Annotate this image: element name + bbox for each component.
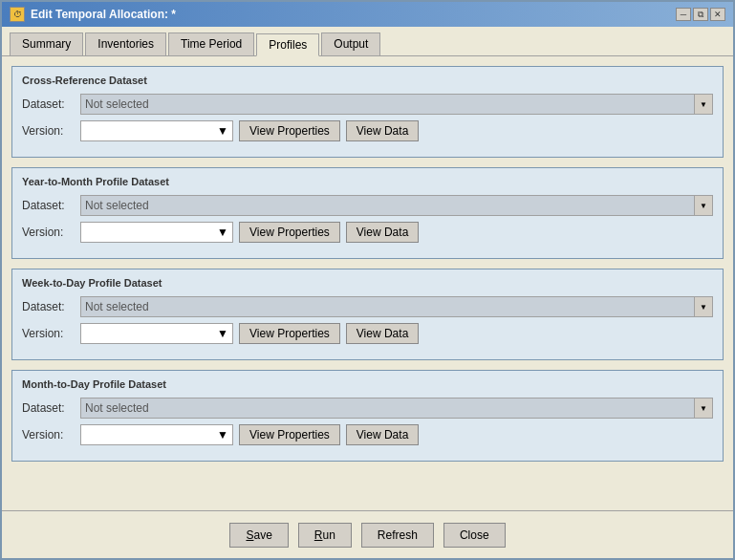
month-to-day-dataset-wrapper: Not selected ▼ (80, 398, 713, 419)
year-to-month-dataset-value: Not selected (80, 195, 694, 216)
window-title: Edit Temporal Allocation: * (31, 8, 176, 21)
week-to-day-section: Week-to-Day Profile Dataset Dataset: Not… (11, 269, 724, 360)
week-to-day-view-properties-button[interactable]: View Properties (239, 323, 340, 344)
title-bar: ⏱ Edit Temporal Allocation: * ─ ⧉ ✕ (2, 2, 733, 27)
run-label: Run (314, 528, 335, 542)
month-to-day-view-properties-button[interactable]: View Properties (239, 424, 340, 445)
year-to-month-dataset-wrapper: Not selected ▼ (80, 195, 713, 216)
close-button[interactable]: Close (443, 523, 506, 548)
week-to-day-view-data-button[interactable]: View Data (346, 323, 419, 344)
cross-reference-title: Cross-Reference Dataset (22, 75, 713, 86)
month-to-day-version-arrow: ▼ (217, 428, 228, 442)
month-to-day-dataset-arrow[interactable]: ▼ (694, 398, 713, 419)
year-to-month-view-data-button[interactable]: View Data (346, 222, 419, 243)
year-to-month-version-arrow: ▼ (217, 226, 228, 239)
bottom-bar: Save Run Refresh Close (2, 510, 733, 558)
year-to-month-version-label: Version: (22, 226, 75, 239)
refresh-button[interactable]: Refresh (361, 523, 434, 548)
save-label: Save (246, 528, 271, 542)
cross-reference-view-properties-button[interactable]: View Properties (239, 120, 340, 141)
minimize-button[interactable]: ─ (676, 8, 691, 21)
cross-reference-version-label: Version: (22, 124, 75, 138)
week-to-day-dataset-wrapper: Not selected ▼ (80, 296, 713, 317)
month-to-day-version-row: Version: ▼ View Properties View Data (22, 424, 713, 445)
year-to-month-section: Year-to-Month Profile Dataset Dataset: N… (11, 167, 724, 259)
year-to-month-version-select[interactable]: ▼ (80, 222, 233, 243)
save-button[interactable]: Save (229, 523, 288, 548)
cross-reference-version-row: Version: ▼ View Properties View Data (22, 120, 713, 141)
cross-reference-view-data-button[interactable]: View Data (346, 120, 419, 141)
cross-reference-dataset-value: Not selected (80, 94, 694, 115)
year-to-month-version-row: Version: ▼ View Properties View Data (22, 222, 713, 243)
week-to-day-title: Week-to-Day Profile Dataset (22, 277, 713, 289)
month-to-day-dataset-row: Dataset: Not selected ▼ (22, 398, 713, 419)
tabs-bar: Summary Inventories Time Period Profiles… (2, 27, 733, 56)
month-to-day-dataset-value: Not selected (80, 398, 694, 419)
year-to-month-dataset-arrow[interactable]: ▼ (694, 195, 713, 216)
month-to-day-version-select[interactable]: ▼ (80, 424, 233, 445)
close-label: Close (460, 528, 489, 542)
run-button[interactable]: Run (298, 523, 352, 548)
main-window: ⏱ Edit Temporal Allocation: * ─ ⧉ ✕ Summ… (0, 0, 735, 560)
year-to-month-dataset-row: Dataset: Not selected ▼ (22, 195, 713, 216)
tab-time-period[interactable]: Time Period (168, 32, 254, 55)
title-bar-controls[interactable]: ─ ⧉ ✕ (676, 8, 725, 21)
week-to-day-version-arrow: ▼ (217, 327, 228, 340)
cross-reference-version-select[interactable]: ▼ (80, 120, 233, 141)
year-to-month-dataset-label: Dataset: (22, 199, 75, 212)
refresh-label: Refresh (378, 528, 418, 542)
week-to-day-dataset-value: Not selected (80, 296, 694, 317)
month-to-day-dataset-label: Dataset: (22, 401, 75, 415)
week-to-day-version-label: Version: (22, 327, 75, 340)
cross-reference-dataset-label: Dataset: (22, 97, 75, 111)
month-to-day-section: Month-to-Day Profile Dataset Dataset: No… (11, 370, 724, 462)
title-bar-left: ⏱ Edit Temporal Allocation: * (10, 7, 176, 22)
week-to-day-dataset-arrow[interactable]: ▼ (694, 296, 713, 317)
tab-profiles[interactable]: Profiles (256, 33, 319, 56)
year-to-month-view-properties-button[interactable]: View Properties (239, 222, 340, 243)
window-icon: ⏱ (10, 7, 25, 22)
cross-reference-section: Cross-Reference Dataset Dataset: Not sel… (11, 66, 724, 158)
week-to-day-dataset-label: Dataset: (22, 300, 75, 313)
month-to-day-view-data-button[interactable]: View Data (346, 424, 419, 445)
week-to-day-dataset-row: Dataset: Not selected ▼ (22, 296, 713, 317)
tab-inventories[interactable]: Inventories (85, 32, 166, 55)
cross-reference-dataset-row: Dataset: Not selected ▼ (22, 94, 713, 115)
month-to-day-version-label: Version: (22, 428, 75, 442)
month-to-day-title: Month-to-Day Profile Dataset (22, 378, 713, 390)
restore-button[interactable]: ⧉ (693, 8, 708, 21)
close-window-button[interactable]: ✕ (710, 8, 725, 21)
tab-output[interactable]: Output (321, 32, 380, 55)
content-area: Cross-Reference Dataset Dataset: Not sel… (2, 56, 733, 510)
cross-reference-dataset-wrapper: Not selected ▼ (80, 94, 713, 115)
year-to-month-title: Year-to-Month Profile Dataset (22, 176, 713, 187)
cross-reference-version-arrow: ▼ (217, 124, 228, 138)
week-to-day-version-select[interactable]: ▼ (80, 323, 233, 344)
week-to-day-version-row: Version: ▼ View Properties View Data (22, 323, 713, 344)
tab-summary[interactable]: Summary (10, 32, 83, 55)
cross-reference-dataset-arrow[interactable]: ▼ (694, 94, 713, 115)
